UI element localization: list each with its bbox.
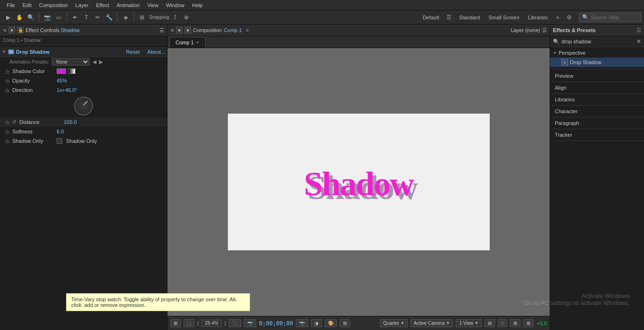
panel-close-btn[interactable]: ✕ bbox=[3, 28, 7, 33]
rect-tool-btn[interactable]: ▭ bbox=[53, 12, 64, 23]
select-tool-btn[interactable]: ▶ bbox=[3, 12, 13, 23]
camera-btn[interactable]: Active Camera ▼ bbox=[410, 319, 453, 327]
distance-row: ◷ ⏱ Distance 100.0 bbox=[0, 117, 167, 127]
effects-clear-btn[interactable]: ✕ bbox=[636, 38, 641, 45]
comp-panel-header: ✕ ■ ■ Composition Comp 1 ≡ Layer (none) … bbox=[167, 25, 550, 36]
main-layout: ✕ ■ 🔒 Effect Controls Shadow ☰ Comp 1 • … bbox=[0, 25, 644, 330]
clock-icon-direction: ◷ bbox=[4, 88, 10, 93]
brush-tool-btn[interactable]: ✏ bbox=[92, 12, 103, 23]
workspace-extend-btn[interactable]: » bbox=[552, 12, 563, 23]
animation-preset-select[interactable]: None bbox=[52, 58, 90, 66]
menu-window[interactable]: Window bbox=[162, 1, 188, 9]
fx-reset-btn[interactable]: Reset bbox=[126, 49, 140, 55]
direction-label: Direction bbox=[12, 87, 55, 93]
softness-value[interactable]: 6.0 bbox=[57, 129, 64, 134]
distance-label: Distance bbox=[19, 119, 62, 125]
panel-menu-icon[interactable]: ☰ bbox=[159, 27, 164, 33]
align-tool-btn[interactable]: ⊕ bbox=[181, 12, 192, 23]
workspace-standard-btn[interactable]: Standard bbox=[455, 14, 484, 21]
clock-icon-shadow-only: ◷ bbox=[4, 139, 10, 144]
direction-dial[interactable] bbox=[74, 97, 93, 116]
side-item-paragraph[interactable]: Paragraph bbox=[550, 117, 644, 129]
shadow-only-checkbox[interactable] bbox=[57, 138, 62, 144]
hand-tool-btn[interactable]: ✋ bbox=[14, 12, 25, 23]
shadow-color-swatch[interactable] bbox=[57, 68, 66, 74]
zoom-tool-btn[interactable]: 🔍 bbox=[25, 12, 36, 23]
shadow-color-swatch2[interactable] bbox=[68, 68, 75, 74]
side-item-preview[interactable]: Preview bbox=[550, 70, 644, 82]
side-item-tracker[interactable]: Tracker bbox=[550, 129, 644, 141]
opacity-label: Opacity bbox=[12, 78, 55, 83]
menu-edit[interactable]: Edit bbox=[19, 1, 35, 9]
effects-search-input[interactable] bbox=[561, 39, 635, 44]
effects-panel-header: Effects & Presets ☰ bbox=[550, 25, 644, 36]
menu-animation[interactable]: Animation bbox=[113, 1, 143, 9]
viewer-flow-btn[interactable]: ⊞ bbox=[510, 319, 520, 327]
side-item-align[interactable]: Align bbox=[550, 82, 644, 94]
viewer-comp-btn[interactable]: □ bbox=[498, 319, 507, 327]
views-btn[interactable]: 1 View ▼ bbox=[456, 319, 482, 327]
panel-lock-icon: 🔒 bbox=[17, 27, 24, 33]
comp-tab-1-close[interactable]: ✕ bbox=[196, 40, 200, 45]
menu-layer[interactable]: Layer bbox=[72, 1, 92, 9]
comp-panel-close-btn[interactable]: ✕ bbox=[170, 28, 174, 33]
workspace-libraries-btn[interactable]: Libraries bbox=[524, 14, 552, 21]
side-item-libraries[interactable]: Libraries bbox=[550, 94, 644, 106]
preset-prev-btn[interactable]: ◀ bbox=[92, 59, 96, 65]
side-item-character[interactable]: Character bbox=[550, 106, 644, 117]
menu-effect[interactable]: Effect bbox=[92, 1, 113, 9]
perspective-section-header[interactable]: ▼ Perspective bbox=[550, 48, 644, 58]
workspace-smallscreen-btn[interactable]: Small Screen bbox=[485, 14, 523, 21]
viewer-color-btn[interactable]: 🎨 bbox=[325, 319, 337, 327]
effects-separator bbox=[550, 69, 644, 69]
comp-panel-icon3: ≡ bbox=[246, 27, 249, 33]
viewer-snapshot-btn[interactable]: 📷 bbox=[244, 319, 256, 327]
fx-about-btn[interactable]: About... bbox=[147, 49, 165, 55]
viewer-grid-overlay-btn[interactable]: ⊞ bbox=[340, 319, 350, 327]
snap-toggle-btn[interactable]: ⊞ bbox=[137, 12, 147, 23]
stamp-tool-btn[interactable]: 🔧 bbox=[104, 12, 114, 23]
gear-btn[interactable]: ⚙ bbox=[564, 12, 574, 23]
camera-tool-btn[interactable]: 📷 bbox=[42, 12, 52, 23]
puppet-tool-btn[interactable]: ◈ bbox=[120, 12, 131, 23]
snap-icon: ⊞ bbox=[140, 14, 144, 21]
effects-panel-body: 🔍 ✕ ▼ Perspective fx Drop Shadow Preview… bbox=[550, 36, 644, 330]
workspace-default-btn[interactable]: Default bbox=[419, 14, 443, 21]
direction-value[interactable]: 1x+46.0° bbox=[57, 87, 77, 93]
viewer-exposure-btn[interactable]: ◑ bbox=[311, 319, 322, 327]
workspace-menu-btn[interactable]: ☰ bbox=[444, 12, 454, 23]
drop-shadow-item[interactable]: fx Drop Shadow bbox=[550, 58, 644, 67]
viewer-fit-btn[interactable]: ⬛ bbox=[229, 319, 241, 327]
viewer-camera-snapshot-btn[interactable]: 📷 bbox=[296, 319, 308, 327]
text-tool-btn[interactable]: T bbox=[81, 12, 92, 23]
clock-icon-opacity: ◷ bbox=[4, 78, 10, 83]
menu-composition[interactable]: Composition bbox=[35, 1, 72, 9]
menu-view[interactable]: View bbox=[143, 1, 162, 9]
comp-tab-1[interactable]: Comp 1 ✕ bbox=[169, 37, 206, 48]
comp-panel-menu-btn[interactable]: ☰ bbox=[542, 27, 547, 33]
comp-canvas[interactable]: Shadow Shadow bbox=[228, 114, 490, 250]
search-help-input[interactable] bbox=[591, 15, 638, 20]
viewer-safe-btn[interactable]: ⬚ bbox=[184, 319, 194, 327]
shadow-only-label: Shadow Only bbox=[12, 138, 55, 144]
opacity-value[interactable]: 45% bbox=[57, 78, 67, 83]
drop-shadow-label: Drop Shadow bbox=[570, 59, 602, 65]
toolbar-sep-1 bbox=[39, 13, 39, 22]
expand-arrow[interactable]: ▼ bbox=[2, 50, 6, 54]
viewer-options-btn[interactable]: ⊞ bbox=[485, 319, 495, 327]
viewer-grid-btn[interactable]: ⊞ bbox=[170, 319, 181, 327]
menu-help[interactable]: Help bbox=[188, 1, 207, 9]
effects-panel-menu-btn[interactable]: ☰ bbox=[636, 27, 641, 33]
comp-tabs: Comp 1 ✕ bbox=[167, 36, 550, 48]
quality-btn[interactable]: Quarter ▼ bbox=[380, 319, 408, 327]
center-panel: ✕ ■ ■ Composition Comp 1 ≡ Layer (none) … bbox=[167, 25, 550, 330]
effects-search-icon: 🔍 bbox=[553, 39, 560, 45]
distance-value[interactable]: 100.0 bbox=[64, 119, 77, 125]
comp-panel-icon1: ■ bbox=[176, 27, 183, 33]
menu-file[interactable]: File bbox=[3, 1, 19, 9]
viewer-export-btn[interactable]: ⊞ bbox=[523, 319, 534, 327]
preset-next-btn[interactable]: ▶ bbox=[99, 59, 103, 65]
pen-tool-btn[interactable]: ✒ bbox=[70, 12, 80, 23]
motion-sketch-btn[interactable]: ⤴ bbox=[170, 12, 180, 23]
magnification-btn[interactable]: 28.4% bbox=[201, 320, 221, 327]
